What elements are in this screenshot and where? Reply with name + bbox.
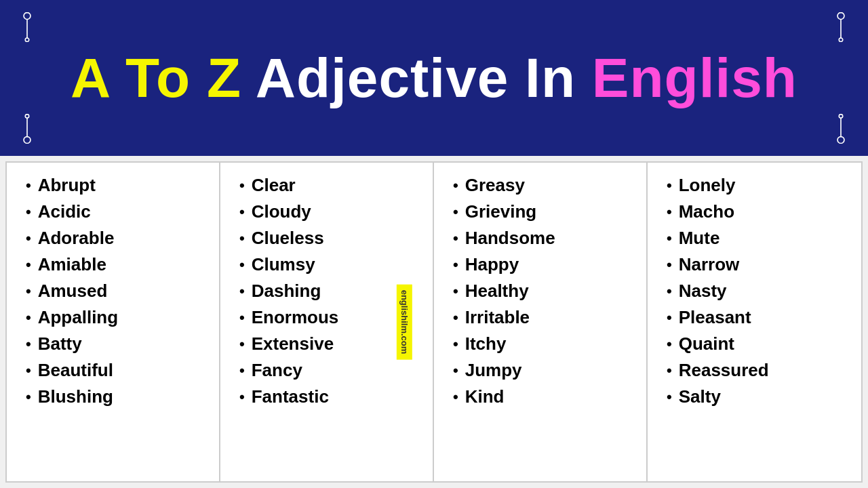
column-3: GreasyGrievingHandsomeHappyHealthyIrrita… xyxy=(434,163,648,481)
list-item: Enormous xyxy=(239,307,419,328)
list-item: Clear xyxy=(239,175,419,196)
svg-point-2 xyxy=(25,38,29,42)
list-item: Appalling xyxy=(26,307,205,328)
list-item: Mute xyxy=(667,228,848,249)
list-item: Nasty xyxy=(667,281,848,302)
list-item: Macho xyxy=(667,201,848,222)
list-item: Handsome xyxy=(453,228,633,249)
list-item: Quaint xyxy=(667,333,848,354)
list-item: Amiable xyxy=(26,254,205,275)
adjective-list-col3: GreasyGrievingHandsomeHappyHealthyIrrita… xyxy=(453,175,633,407)
list-item: Batty xyxy=(26,333,205,354)
list-item: Amused xyxy=(26,281,205,302)
list-item: Clueless xyxy=(239,228,419,249)
list-item: Cloudy xyxy=(239,201,419,222)
svg-point-9 xyxy=(839,115,843,119)
list-item: Salty xyxy=(667,386,848,407)
list-item: Fancy xyxy=(239,360,419,381)
svg-point-0 xyxy=(24,13,31,20)
list-item: Dashing xyxy=(239,281,419,302)
corner-decoration-br xyxy=(826,114,856,144)
list-item: Blushing xyxy=(26,386,205,407)
corner-decoration-tl xyxy=(12,12,42,42)
list-item: Adorable xyxy=(26,228,205,249)
page-title: A To Z Adjective In English xyxy=(71,47,797,108)
list-item: Jumpy xyxy=(453,360,633,381)
list-item: Beautiful xyxy=(26,360,205,381)
adjective-list-col4: LonelyMachoMuteNarrowNastyPleasantQuaint… xyxy=(667,175,848,407)
list-item: Kind xyxy=(453,386,633,407)
list-item: Happy xyxy=(453,254,633,275)
svg-point-11 xyxy=(837,137,844,144)
svg-point-6 xyxy=(25,115,29,119)
svg-point-3 xyxy=(837,13,844,20)
list-item: Reassured xyxy=(667,360,848,381)
content-grid: AbruptAcidicAdorableAmiableAmusedAppalli… xyxy=(5,161,863,483)
list-item: Extensive xyxy=(239,333,419,354)
list-item: Irritable xyxy=(453,307,633,328)
column-1: AbruptAcidicAdorableAmiableAmusedAppalli… xyxy=(7,163,220,481)
watermark-label: englishilm.com xyxy=(397,285,412,360)
list-item: Abrupt xyxy=(26,175,205,196)
svg-point-5 xyxy=(839,38,843,42)
corner-decoration-tr xyxy=(826,12,856,42)
list-item: Grieving xyxy=(453,201,633,222)
list-item: Itchy xyxy=(453,333,633,354)
column-4: LonelyMachoMuteNarrowNastyPleasantQuaint… xyxy=(648,163,861,481)
list-item: Fantastic xyxy=(239,386,419,407)
header: A To Z Adjective In English xyxy=(0,0,868,156)
column-2: ClearCloudyCluelessClumsyDashingEnormous… xyxy=(220,163,434,481)
adjective-list-col1: AbruptAcidicAdorableAmiableAmusedAppalli… xyxy=(26,175,205,407)
list-item: Healthy xyxy=(453,281,633,302)
list-item: Pleasant xyxy=(667,307,848,328)
list-item: Acidic xyxy=(26,201,205,222)
corner-decoration-bl xyxy=(12,114,42,144)
list-item: Narrow xyxy=(667,254,848,275)
list-item: Greasy xyxy=(453,175,633,196)
list-item: Lonely xyxy=(667,175,848,196)
list-item: Clumsy xyxy=(239,254,419,275)
svg-point-8 xyxy=(24,137,31,144)
adjective-list-col2: ClearCloudyCluelessClumsyDashingEnormous… xyxy=(239,175,419,407)
